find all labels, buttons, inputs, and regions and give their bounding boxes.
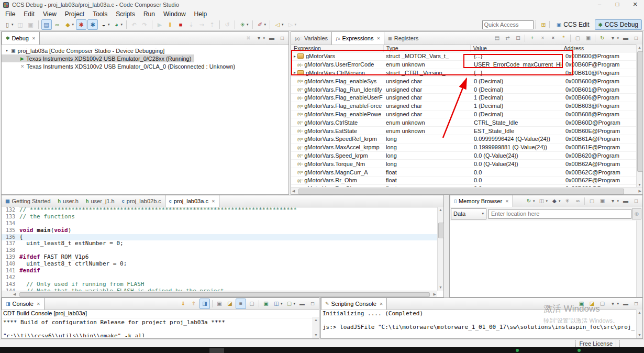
debug-tree-item[interactable]: ▶Texas Instruments XDS100v2 USB Emulator… — [2, 54, 194, 62]
scroll-right-icon[interactable]: ▶ — [639, 187, 641, 195]
debug-launch-icon[interactable]: ◕▾ — [112, 20, 124, 29]
code-line[interactable]: 141#endif — [2, 268, 437, 274]
scroll-down-icon[interactable]: ▼ — [637, 332, 642, 338]
expression-row[interactable]: (x)=gMotorVars.SpeedRef_krpmlong0.099999… — [291, 135, 642, 144]
connect-target-icon[interactable]: ∞ — [53, 20, 62, 29]
new-file-icon[interactable]: ▯▾ — [3, 20, 15, 29]
memory-format-select[interactable]: Data▾ — [451, 208, 486, 219]
expression-row[interactable]: (x)=gMotorVars.Flag_enableUserFunsigned … — [291, 94, 642, 102]
menu-file[interactable]: File — [1, 9, 19, 19]
save-memory-icon[interactable]: ◫▾ — [537, 196, 549, 206]
view-menu-icon[interactable]: ▾▾ — [608, 34, 620, 43]
view-menu-icon[interactable]: ▾▾ — [608, 196, 620, 206]
menu-scripts[interactable]: Scripts — [112, 9, 139, 19]
memory-go-button[interactable]: ◎ — [632, 208, 641, 219]
code-line[interactable]: 135void main(void) — [2, 227, 437, 234]
refresh-memory-icon[interactable]: ↻▾ — [524, 196, 536, 206]
scroll-up-icon[interactable]: ▲ — [637, 45, 642, 51]
expression-row[interactable]: ▸gMotorVars.CtrlVersionstruct _CTRL_Vers… — [291, 69, 642, 78]
debug-probe-blue-icon[interactable]: ✱ — [87, 19, 98, 30]
close-tab-icon[interactable]: ✕ — [212, 199, 215, 204]
clear-scripting-console-icon[interactable]: ▢ — [597, 299, 607, 308]
close-tab-icon[interactable]: ✕ — [376, 36, 380, 41]
code-line[interactable]: 137 uint_least8_t estNumber = 0; — [2, 240, 437, 247]
perspective-ccs-edit[interactable]: ▣CCS Edit — [553, 20, 593, 29]
debug-view-icon[interactable]: ▤ — [41, 19, 52, 30]
open-new-view-icon[interactable]: ▣ — [597, 196, 607, 206]
editor-tab-getting-started[interactable]: ▩Getting Started — [2, 195, 54, 207]
editor-tab-proj-lab03a-c[interactable]: cproj_lab03a.c✕ — [165, 195, 219, 207]
new-target-configuration-icon[interactable]: ◒▾ — [99, 20, 111, 29]
maximize-window-button[interactable]: □ — [608, 0, 626, 9]
quick-access-input[interactable] — [482, 20, 534, 29]
console-vertical-scrollbar[interactable]: ▲ ▼ — [313, 317, 319, 338]
maximize-view-icon[interactable]: □ — [631, 34, 641, 43]
view-menu-icon[interactable]: ▾▾ — [608, 299, 620, 308]
close-window-button[interactable]: ✕ — [626, 0, 644, 9]
display-selected-console-icon[interactable]: ◫▾ — [272, 299, 284, 308]
detach-view-icon[interactable]: ▢ — [587, 196, 596, 206]
view-menu-icon[interactable]: ▾▾ — [254, 34, 266, 43]
menu-run[interactable]: Run — [139, 9, 159, 19]
menu-window[interactable]: Window — [159, 9, 190, 19]
export-script-icon[interactable]: ▣ — [576, 299, 586, 308]
tab-debug[interactable]: ✱ Debug ✕ — [2, 32, 40, 45]
column-header-type[interactable]: Type — [384, 45, 471, 52]
refresh-view-icon[interactable]: ↻ — [597, 34, 607, 43]
editor-tab-proj-lab02b-c[interactable]: cproj_lab02b.c — [118, 195, 165, 207]
menu-edit[interactable]: Edit — [19, 9, 39, 19]
terminate-icon[interactable]: ■ — [176, 20, 185, 29]
editor-vertical-scrollbar[interactable]: ▲ ▼ — [437, 207, 443, 291]
editor-tab-user-j1-h[interactable]: huser_j1.h — [82, 195, 118, 207]
link-memory-icon[interactable]: ∞ — [573, 196, 582, 206]
remove-all-expressions-icon[interactable]: × — [548, 34, 558, 43]
memory-location-input[interactable] — [488, 209, 631, 219]
editor-tab-user-h[interactable]: huser.h — [54, 195, 82, 207]
perspective-ccs-debug[interactable]: ✱CCS Debug — [595, 19, 642, 30]
expression-row[interactable]: (x)=gMotorVars.EstStateenum unknownEST_S… — [291, 127, 642, 135]
fill-memory-icon[interactable]: ◆▾ — [550, 196, 562, 206]
scroll-to-top-icon[interactable]: ⇑ — [189, 299, 198, 308]
expression-row[interactable]: (x)=gMotorVars.UserErrorCodeenum unknown… — [291, 61, 642, 69]
tab-console[interactable]: ◨ Console ✕ — [2, 298, 45, 310]
add-expression-icon[interactable]: + — [527, 34, 537, 43]
refresh-debug-icon[interactable]: ✳▾ — [238, 20, 250, 29]
scroll-down-icon[interactable]: ▼ — [438, 284, 443, 291]
column-header-value[interactable]: Value — [471, 45, 561, 52]
debug-probe-red-icon[interactable]: ✱ — [76, 19, 86, 30]
scroll-up-icon[interactable]: ▲ — [313, 317, 319, 323]
minimize-view-icon[interactable]: ▬ — [297, 299, 307, 308]
close-tab-icon[interactable]: ✕ — [32, 36, 36, 41]
pin-console-icon[interactable]: ▣ — [215, 299, 224, 308]
expression-row[interactable]: ▸gMotorVarsstruct _MOTOR_Vars_t_{...}0x0… — [291, 52, 642, 61]
open-script-icon[interactable]: ◪ — [587, 299, 596, 308]
expression-row[interactable]: (x)=gMotorVars.Flag_Run_Identifyunsigned… — [291, 85, 642, 94]
expression-row[interactable]: (x)=gMotorVars.Flag_enableSysunsigned ch… — [291, 77, 642, 85]
pin-icon[interactable]: ▣ — [261, 299, 271, 308]
tab-variables[interactable]: (x)=Variables — [291, 32, 331, 45]
code-line[interactable]: 133// the functions — [2, 214, 437, 220]
expression-row[interactable]: (x)=gMotorVars.Flag_enablePoweunsigned c… — [291, 111, 642, 119]
open-perspective-icon[interactable]: ⊞ — [541, 21, 546, 28]
suspend-icon[interactable]: Ⅱ — [165, 20, 175, 29]
scripting-vertical-scrollbar[interactable]: ▲ ▼ — [636, 310, 642, 338]
tab-memory-browser[interactable]: ▯ Memory Browser ✕ — [450, 195, 513, 207]
word-wrap-icon[interactable]: ≡ — [236, 299, 246, 309]
memory-vertical-scrollbar[interactable] — [636, 220, 642, 297]
menu-tools[interactable]: Tools — [88, 9, 112, 19]
close-tab-icon[interactable]: ✕ — [37, 302, 40, 306]
editor-horizontal-scrollbar[interactable]: ◀ ▶ — [2, 291, 437, 297]
editor-code-area[interactable]: 132// **********************************… — [2, 207, 437, 291]
configure-memory-icon[interactable]: ✳ — [562, 196, 572, 206]
probe-point-icon[interactable]: ✐▾ — [256, 20, 268, 29]
scroll-left-icon[interactable]: ◀ — [13, 291, 16, 297]
code-line[interactable]: 140 uint_least8_t ctrlNumber = 0; — [2, 261, 437, 268]
scroll-to-bottom-icon[interactable]: ⇓ — [179, 299, 188, 308]
tab-scripting-console[interactable]: ✎ Scripting Console ✕ — [321, 298, 387, 310]
detach-view-icon[interactable]: ▢ — [573, 34, 582, 43]
edit-expression-icon[interactable]: * — [559, 34, 568, 43]
show-type-names-icon[interactable]: ⇄ — [503, 34, 512, 43]
minimize-view-icon[interactable]: ▬ — [267, 34, 276, 43]
show-console-on-change-icon[interactable]: ◨ — [199, 299, 210, 309]
debug-tree-item[interactable]: ▾▣proj_lab03a [Code Composer Studio - De… — [2, 47, 288, 54]
